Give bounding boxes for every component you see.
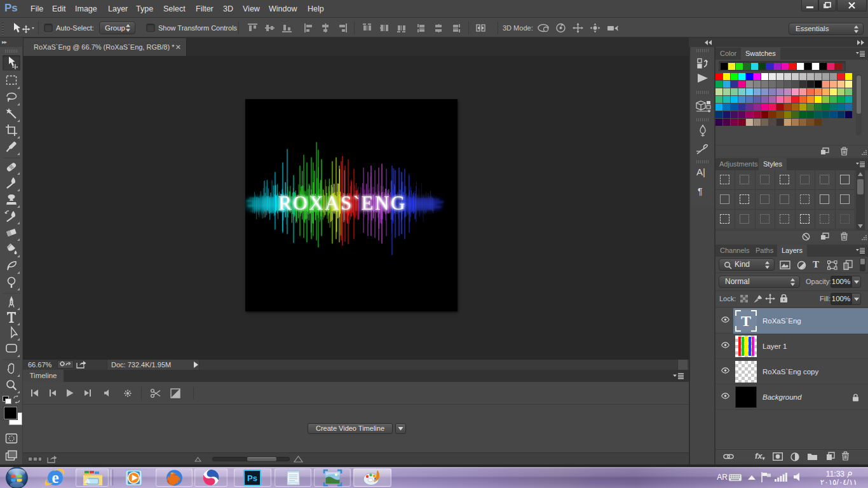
svg-text:e: e xyxy=(51,469,58,486)
svg-text:ROXAS`ENG: ROXAS`ENG xyxy=(278,192,407,214)
